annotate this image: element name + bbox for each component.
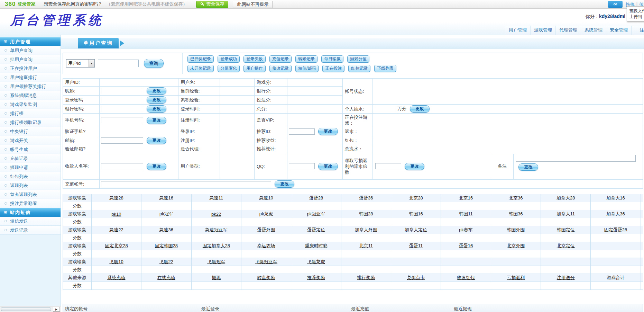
sidebar-item-1-1[interactable]: 发送记录	[0, 226, 61, 235]
game-link[interactable]: 急速36	[159, 227, 173, 232]
tab-single-user-query[interactable]: 单用户查询	[78, 38, 119, 48]
sidebar-item-1-0[interactable]: 短信发送	[0, 217, 61, 226]
sidebar-item-0-6[interactable]: 游戏采集监测	[0, 100, 61, 109]
email-input[interactable]	[101, 137, 143, 144]
secure-save-button[interactable]: 安全保存	[196, 1, 228, 8]
game-link[interactable]: 固定蛋蛋28	[604, 227, 627, 232]
loss-rebate-flow-input[interactable]	[375, 163, 401, 169]
game-link[interactable]: pk22	[211, 212, 221, 217]
game-link[interactable]: 韩国外围	[507, 227, 525, 232]
change-remark-button[interactable]: 更改	[518, 163, 538, 171]
record-button-[interactable]: 登录成功	[218, 55, 240, 63]
game-link[interactable]: 加拿大定位	[405, 227, 427, 232]
nav-tab-1[interactable]: 游戏管理	[530, 26, 555, 35]
game-link[interactable]: 北京外围	[507, 243, 525, 248]
game-link[interactable]: 重庆时时彩	[305, 243, 327, 248]
query-keyword-input[interactable]	[98, 60, 139, 67]
game-link[interactable]: 北京16	[459, 195, 473, 200]
personal-rake-input[interactable]	[374, 106, 396, 112]
record-button-[interactable]: 已开奖记录	[187, 55, 214, 63]
change-qq-button[interactable]: 更改	[318, 163, 338, 170]
game-link[interactable]: 韩国36	[509, 211, 523, 216]
game-link[interactable]: 飞艇冠亚军	[255, 259, 277, 264]
query-type-select[interactable]: 用户id ▼	[66, 59, 95, 68]
game-link[interactable]: 北京36	[509, 195, 523, 200]
record-button-[interactable]: 每日输赢	[321, 55, 343, 63]
sidebar-item-0-3[interactable]: 用户输赢排行	[0, 73, 61, 82]
change-personal-rake-button[interactable]: 更改	[410, 105, 430, 113]
game-link[interactable]: pk冠军	[159, 211, 173, 216]
record-button-[interactable]: 登录失败	[243, 55, 266, 63]
sidebar-item-0-7[interactable]: 排行榜	[0, 109, 61, 118]
nav-tab-3[interactable]: 系统管理	[581, 26, 606, 35]
game-link[interactable]: 亏损返利	[507, 275, 525, 280]
game-link[interactable]: 蛋蛋36	[359, 195, 373, 200]
game-link[interactable]: 北京定位	[557, 243, 575, 248]
sidebar-item-0-1[interactable]: 批用户查询	[0, 55, 61, 64]
sidebar-item-0-12[interactable]: 充值记录	[0, 154, 61, 163]
horizontal-scrollbar[interactable]: ▶	[0, 306, 61, 312]
change-loss-rebate-flow-button[interactable]: 更改	[405, 163, 424, 170]
search-button[interactable]: 查询	[144, 59, 164, 68]
game-link[interactable]: 蛋蛋11	[409, 243, 423, 248]
payee-name-input[interactable]	[101, 163, 143, 169]
game-link[interactable]: 固定北京28	[105, 243, 128, 248]
record-button-[interactable]: 修改记录	[269, 65, 292, 72]
sidebar-item-0-17[interactable]: 投注异常勤看	[0, 199, 61, 208]
game-link[interactable]: 飞艇冠军	[207, 259, 225, 264]
game-link[interactable]: 蛋蛋外围	[257, 227, 275, 232]
game-link[interactable]: 固定加拿大28	[202, 243, 230, 248]
sidebar-item-0-13[interactable]: 提现申请	[0, 163, 61, 172]
sidebar-item-0-16[interactable]: 首充返现列表	[0, 190, 61, 199]
change-login-password-button[interactable]: 更改	[147, 96, 166, 104]
game-link[interactable]: 推荐奖励	[307, 275, 325, 280]
record-button-[interactable]: 充值记录	[269, 55, 292, 63]
game-link[interactable]: 提现	[212, 275, 221, 280]
nickname-input[interactable]	[101, 88, 143, 94]
change-ref-id-button[interactable]: 更改	[318, 128, 338, 135]
scrollbar-right-button[interactable]: ▶	[53, 307, 60, 312]
game-link[interactable]: 转盘奖励	[257, 275, 275, 280]
game-link[interactable]: pk10	[111, 212, 121, 217]
game-link[interactable]: 蛋蛋28	[309, 195, 323, 200]
sidebar-item-0-11[interactable]: 帐号生成	[0, 145, 61, 154]
game-link[interactable]: pk龙虎	[259, 211, 273, 216]
nav-tab-2[interactable]: 代理管理	[555, 26, 581, 35]
game-link[interactable]: 蛋蛋定位	[307, 227, 325, 232]
game-link[interactable]: pk冠亚军	[307, 211, 325, 216]
ref-id-input[interactable]	[289, 128, 315, 135]
game-link[interactable]: 急速11	[209, 195, 223, 200]
game-link[interactable]: 加拿大外围	[355, 227, 377, 232]
game-link[interactable]: 飞艇22	[159, 259, 173, 264]
sidebar-item-0-14[interactable]: 红包列表	[0, 172, 61, 181]
dismiss-site-button[interactable]: 此网站不再提示	[233, 1, 273, 8]
game-link[interactable]: 加拿大28	[556, 195, 575, 200]
change-bank-password-button[interactable]: 更改	[147, 105, 166, 113]
sidebar-item-0-9[interactable]: 中央银行	[0, 127, 61, 136]
sidebar-item-0-4[interactable]: 用户领推荐奖排行	[0, 82, 61, 91]
record-button-[interactable]: 转账记录	[295, 55, 318, 63]
change-recharge-account-button[interactable]: 更改	[275, 180, 294, 188]
record-button-[interactable]: 未开奖记录	[187, 65, 214, 72]
record-button-[interactable]: 分值变化	[218, 65, 240, 72]
game-link[interactable]: 北京28	[409, 195, 423, 200]
game-link[interactable]: 系统充值	[107, 275, 125, 280]
game-link[interactable]: 北京11	[359, 243, 373, 248]
scrollbar-thumb[interactable]	[1, 307, 51, 311]
game-link[interactable]: 韩国11	[459, 211, 473, 216]
qq-input[interactable]	[289, 163, 315, 169]
game-link[interactable]: 加拿大11	[556, 211, 575, 216]
game-link[interactable]: 注册送分	[557, 275, 575, 280]
game-link[interactable]: 急速28	[109, 195, 123, 200]
change-payee-name-button[interactable]: 更改	[147, 163, 166, 170]
bank-password-input[interactable]	[101, 106, 143, 112]
game-link[interactable]: 飞艇10	[109, 259, 123, 264]
sidebar-section-1[interactable]: ⊞站内短信	[0, 208, 61, 217]
record-button-[interactable]: 短信/邮箱	[295, 65, 319, 72]
game-link[interactable]: 加拿大36	[606, 211, 625, 216]
record-button-[interactable]: 下线列表	[374, 65, 396, 72]
game-link[interactable]: 在线充值	[157, 275, 175, 280]
game-link[interactable]: 固定韩国28	[155, 243, 178, 248]
sidebar-item-0-5[interactable]: 系统提醒消息	[0, 91, 61, 100]
game-link[interactable]: 加拿大16	[606, 195, 625, 200]
